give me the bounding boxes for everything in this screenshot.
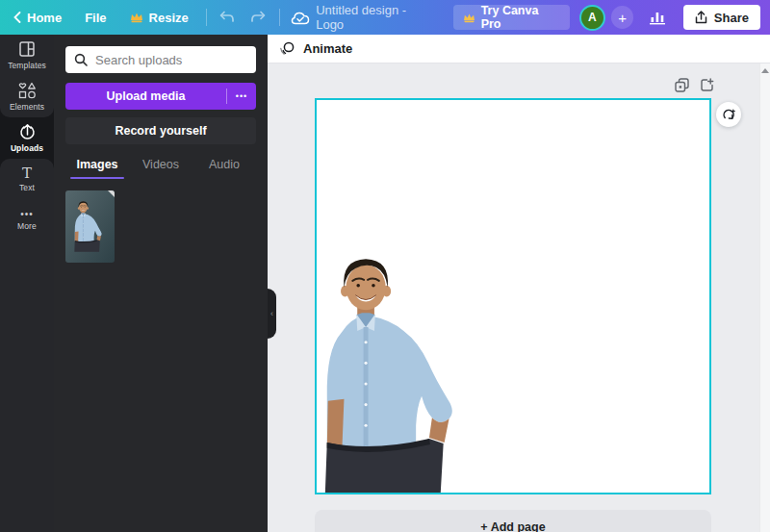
scrollbar[interactable] <box>759 63 770 532</box>
tab-label: Images <box>76 158 117 171</box>
home-label: Home <box>27 11 62 25</box>
uploaded-image-thumbnail[interactable] <box>65 190 115 263</box>
rotate-icon <box>722 108 736 122</box>
add-page-label: + Add page <box>480 520 545 532</box>
redo-button[interactable] <box>243 0 272 35</box>
share-label: Share <box>714 11 749 25</box>
resize-label: Resize <box>149 11 189 25</box>
add-page-icon <box>700 78 714 92</box>
templates-icon <box>18 40 36 58</box>
sidebar-item-uploads[interactable]: Uploads <box>0 117 54 159</box>
panel-collapse-handle[interactable]: ‹ <box>268 289 276 339</box>
search-uploads-input[interactable] <box>95 53 265 67</box>
uploads-panel: Upload media ••• Record yourself Images … <box>54 35 268 532</box>
toolbar-separator <box>279 9 280 26</box>
resize-button[interactable]: Resize <box>118 0 200 35</box>
undo-icon <box>219 11 235 24</box>
page-actions <box>674 77 714 92</box>
toolbar-separator <box>206 9 207 26</box>
save-status-button[interactable] <box>286 0 316 35</box>
sidebar-item-elements[interactable]: Elements <box>0 76 54 117</box>
rotate-button[interactable] <box>716 102 741 127</box>
design-page[interactable] <box>315 98 711 494</box>
search-uploads-box[interactable] <box>65 46 256 73</box>
record-yourself-button[interactable]: Record yourself <box>65 117 256 144</box>
export-icon <box>695 11 707 24</box>
sidebar-group-top: Templates Elements <box>0 35 54 117</box>
thumbnail-corner-fold <box>108 190 115 197</box>
redo-icon <box>250 11 266 24</box>
canvas-viewport[interactable]: + Add page <box>268 63 770 532</box>
tab-label: Audio <box>209 158 240 171</box>
file-menu-button[interactable]: File <box>73 0 117 35</box>
more-dots-icon: ••• <box>20 211 34 218</box>
tab-audio[interactable]: Audio <box>192 158 256 179</box>
search-icon <box>74 53 88 66</box>
tab-images[interactable]: Images <box>65 158 129 179</box>
record-yourself-label: Record yourself <box>115 124 206 138</box>
sidebar-item-label: Uploads <box>11 143 43 153</box>
add-page-button[interactable]: + Add page <box>315 510 711 532</box>
chevron-left-icon <box>13 12 21 23</box>
plus-icon: + <box>618 10 627 26</box>
context-toolbar: Animate <box>268 35 770 63</box>
crown-icon <box>130 12 143 23</box>
sidebar-item-text[interactable]: T Text <box>0 159 54 200</box>
sidebar-item-label: Elements <box>10 102 44 112</box>
animate-label: Animate <box>303 41 352 56</box>
scroll-up-arrow-icon[interactable] <box>761 68 769 73</box>
text-tool-icon: T <box>22 167 32 180</box>
canvas-image-man[interactable] <box>315 255 480 494</box>
duplicate-page-button[interactable] <box>674 77 689 92</box>
bar-chart-icon <box>649 10 666 25</box>
undo-button[interactable] <box>213 0 243 35</box>
sidebar-group-bottom: T Text ••• More <box>0 159 54 532</box>
uploads-tabs: Images Videos Audio <box>65 158 256 179</box>
avatar-letter: A <box>588 11 597 24</box>
elements-icon <box>18 82 37 99</box>
sidebar-item-templates[interactable]: Templates <box>0 35 54 76</box>
collapse-chevron-icon: ‹ <box>270 309 273 318</box>
upload-cloud-icon <box>18 123 37 140</box>
add-member-button[interactable]: + <box>611 6 634 29</box>
animate-icon <box>279 41 295 57</box>
canvas-area: Animate <box>268 35 770 532</box>
sidebar-item-label: Text <box>19 183 35 192</box>
animate-button[interactable]: Animate <box>279 41 352 57</box>
uploaded-photo-man <box>65 190 115 263</box>
upload-media-button[interactable]: Upload media ••• <box>65 83 256 110</box>
home-button[interactable]: Home <box>13 0 73 35</box>
file-label: File <box>85 11 106 25</box>
uploaded-images-grid <box>65 190 256 263</box>
crown-icon <box>463 13 475 23</box>
upload-options-button[interactable]: ••• <box>227 91 256 101</box>
sidebar-item-label: More <box>17 221 37 231</box>
duplicate-page-icon <box>675 78 689 92</box>
sidebar-item-label: Templates <box>8 61 46 70</box>
upload-media-label: Upload media <box>65 89 226 103</box>
topbar: Home File Resize Untitled design - Logo <box>0 0 770 35</box>
share-button[interactable]: Share <box>683 5 760 30</box>
tab-label: Videos <box>142 158 179 171</box>
tab-videos[interactable]: Videos <box>129 158 192 179</box>
add-page-icon-button[interactable] <box>699 77 714 92</box>
cloud-check-icon <box>291 11 310 25</box>
insights-button[interactable] <box>643 3 672 32</box>
design-title[interactable]: Untitled design - Logo <box>316 3 435 32</box>
sidebar-item-more[interactable]: ••• More <box>0 200 54 241</box>
sidebar: Templates Elements Uploads T <box>0 35 54 532</box>
try-canva-pro-button[interactable]: Try Canva Pro <box>453 5 570 30</box>
try-pro-label: Try Canva Pro <box>481 4 560 31</box>
account-avatar[interactable]: A <box>579 5 605 31</box>
